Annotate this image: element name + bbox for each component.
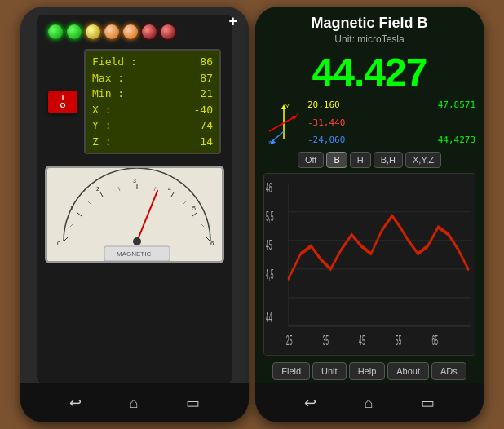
right-screen: Magnetic Field B Unit: microTesla 44.427… (255, 7, 484, 383)
coords-area: Y x z 20,160 47,8571 (263, 98, 475, 147)
recent-button-left[interactable]: ▭ (186, 394, 200, 412)
svg-text:25: 25 (286, 334, 293, 348)
field-label: Field : (92, 54, 137, 70)
indicator-lights (43, 21, 226, 42)
right-bottom-nav: ↩ ⌂ ▭ (255, 383, 484, 422)
svg-text:0: 0 (57, 240, 61, 247)
svg-text:4,5: 4,5 (266, 267, 274, 281)
svg-text:4: 4 (168, 186, 171, 192)
svg-text:3: 3 (133, 178, 136, 184)
top-right-value: 47,8571 (438, 100, 475, 110)
tab-ads[interactable]: ADs (431, 362, 466, 380)
max-label: Max : (92, 70, 124, 86)
light-7 (161, 24, 175, 39)
light-2 (67, 24, 82, 39)
light-6 (142, 24, 157, 39)
svg-text:46: 46 (266, 181, 272, 196)
y-label: Y : (92, 117, 111, 134)
mode-bh[interactable]: B,H (374, 152, 403, 168)
plus-icon[interactable]: + (228, 13, 237, 30)
svg-text:45: 45 (359, 334, 365, 348)
axis-svg: Y x z (266, 100, 302, 144)
svg-text:2: 2 (96, 186, 99, 192)
svg-text:1: 1 (70, 206, 73, 211)
svg-text:55: 55 (396, 334, 402, 348)
right-phone-subtitle: Unit: microTesla (263, 33, 475, 45)
z-label: Z : (92, 134, 111, 150)
tab-about[interactable]: About (387, 362, 429, 380)
svg-text:MAGNETIC: MAGNETIC (117, 250, 151, 258)
field-value: 86 (180, 54, 213, 70)
bottom-right-value: 44,4273 (438, 135, 475, 145)
recent-button-right[interactable]: ▭ (421, 394, 435, 412)
svg-text:44: 44 (266, 311, 272, 325)
z-coord-value: -24,060 (307, 135, 345, 145)
svg-point-22 (133, 237, 141, 245)
y-coord-value: 20,160 (307, 100, 340, 110)
meter-svg: 0 1 2 3 4 5 6 MAGNETIC (47, 168, 224, 263)
home-button-left[interactable]: ⌂ (130, 395, 139, 412)
light-4 (104, 24, 119, 39)
back-button-right[interactable]: ↩ (304, 394, 316, 412)
svg-text:z: z (268, 139, 272, 144)
mode-h[interactable]: H (350, 152, 371, 168)
analog-meter: 0 1 2 3 4 5 6 MAGNETIC (45, 166, 224, 263)
min-label: Min : (92, 86, 124, 102)
tab-help[interactable]: Help (349, 362, 386, 380)
power-button-label: IO (60, 95, 65, 109)
bottom-tabs: Field Unit Help About ADs (263, 359, 475, 383)
svg-text:5,5: 5,5 (266, 210, 274, 224)
mode-xyz[interactable]: X,Y,Z (405, 152, 441, 168)
light-1 (48, 24, 63, 39)
chart-svg: 46 5,5 45 4,5 44 25 35 45 55 65 (264, 174, 475, 355)
mode-buttons: Off B H B,H X,Y,Z (263, 152, 475, 168)
svg-text:35: 35 (322, 334, 329, 348)
field-display: Field : 86 Max : 87 Min : 21 X : -40 (84, 49, 221, 154)
right-phone-title: Magnetic Field B (263, 15, 475, 32)
svg-text:6: 6 (210, 240, 214, 247)
max-value: 87 (180, 70, 213, 86)
tab-field[interactable]: Field (272, 362, 310, 380)
svg-text:x: x (296, 111, 299, 117)
min-value: 21 (180, 86, 213, 102)
back-button-left[interactable]: ↩ (69, 394, 82, 412)
tab-unit[interactable]: Unit (312, 362, 347, 380)
x-label: X : (92, 102, 111, 118)
power-field-row: IO Field : 86 Max : 87 Min : 21 (43, 47, 226, 156)
light-5 (123, 24, 138, 39)
svg-text:65: 65 (431, 334, 438, 348)
svg-line-28 (269, 117, 295, 131)
mode-b[interactable]: B (326, 152, 347, 168)
power-button[interactable]: IO (48, 91, 77, 113)
svg-text:45: 45 (266, 238, 272, 253)
x-coord-value: -31,440 (307, 117, 345, 128)
left-screen: IO Field : 86 Max : 87 Min : 21 (37, 15, 232, 383)
home-button-right[interactable]: ⌂ (365, 395, 374, 412)
chart-area: 46 5,5 45 4,5 44 25 35 45 55 65 (263, 173, 475, 356)
mode-off[interactable]: Off (298, 152, 324, 168)
left-phone: + IO Field : 86 (20, 7, 249, 422)
main-value: 44.427 (263, 50, 475, 95)
left-bottom-nav: ↩ ⌂ ▭ (20, 383, 249, 422)
axis-diagram: Y x z (263, 98, 304, 147)
light-3 (86, 24, 100, 39)
y-value: -74 (180, 117, 213, 134)
svg-text:Y: Y (285, 104, 290, 109)
right-phone: Magnetic Field B Unit: microTesla 44.427… (255, 7, 484, 422)
main-container: + IO Field : 86 (0, 0, 504, 429)
svg-text:5: 5 (192, 206, 196, 211)
z-value: 14 (180, 134, 213, 150)
x-value: -40 (180, 102, 213, 118)
